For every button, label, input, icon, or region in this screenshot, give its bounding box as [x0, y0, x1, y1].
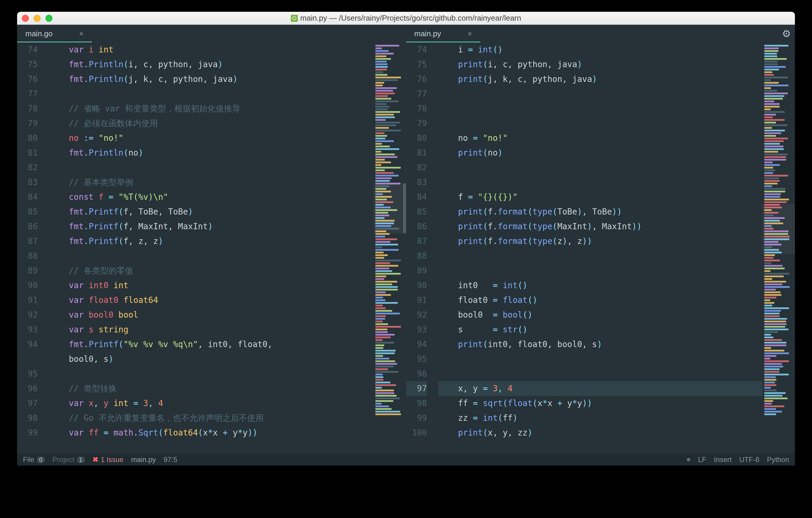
- minimap-line: [375, 262, 390, 264]
- status-bar: File 0 Project 1 ✖ 1 Issue main.py 97:5 …: [17, 454, 795, 465]
- code-line[interactable]: [438, 87, 762, 102]
- code-area[interactable]: i = int() print(i, c, python, java) prin…: [433, 42, 762, 454]
- code-line[interactable]: [438, 367, 762, 381]
- line-number: 88: [406, 249, 427, 263]
- code-line[interactable]: print(int0, float0, bool0, s): [438, 337, 762, 352]
- code-line[interactable]: [438, 116, 762, 131]
- code-line[interactable]: // 省略 var 和变量类型，根据初始化值推导: [49, 102, 374, 116]
- code-line[interactable]: fmt.Println(j, k, c, python, java): [49, 72, 374, 87]
- code-line[interactable]: [438, 175, 762, 190]
- code-line[interactable]: fmt.Println(i, c, python, java): [49, 57, 374, 72]
- scrollbar-thumb[interactable]: [403, 183, 406, 233]
- code-line[interactable]: [438, 102, 762, 116]
- line-number: 86: [406, 219, 427, 234]
- code-line[interactable]: print(i, c, python, java): [438, 57, 762, 72]
- minimap-line: [764, 193, 781, 195]
- gear-icon[interactable]: ⚙: [782, 28, 791, 39]
- minimap-viewport[interactable]: [374, 183, 406, 233]
- minimap[interactable]: [762, 42, 795, 454]
- code-line[interactable]: print(f.format(type(z), z)): [438, 234, 762, 249]
- code-line[interactable]: [49, 249, 374, 263]
- minimap-line: [764, 69, 779, 70]
- code-line[interactable]: // 必须在函数体内使用: [49, 116, 374, 131]
- sb-encoding[interactable]: UTF-8: [739, 456, 759, 464]
- code-line[interactable]: float0 = float(): [438, 293, 762, 308]
- sb-eol[interactable]: LF: [698, 456, 706, 464]
- minimap-line: [764, 405, 784, 407]
- code-line[interactable]: var x, y int = 3, 4: [49, 396, 374, 411]
- sb-mode[interactable]: Insert: [714, 456, 731, 464]
- code-line[interactable]: [49, 160, 374, 175]
- code-line[interactable]: fmt.Printf(f, MaxInt, MaxInt): [49, 219, 374, 234]
- code-line[interactable]: print(j, k, c, python, java): [438, 72, 762, 87]
- code-area[interactable]: var i int fmt.Println(i, c, python, java…: [44, 42, 374, 454]
- tab-main-py[interactable]: main.py ×: [406, 25, 480, 42]
- code-line[interactable]: var float0 float64: [49, 293, 374, 308]
- close-tab-icon[interactable]: ×: [79, 30, 84, 37]
- code-line[interactable]: [49, 87, 374, 102]
- code-line[interactable]: print(f.format(type(ToBe), ToBe)): [438, 204, 762, 219]
- sb-project[interactable]: Project 1: [53, 456, 85, 464]
- code-line[interactable]: bool0 = bool(): [438, 308, 762, 322]
- code-line[interactable]: var bool0 bool: [49, 308, 374, 322]
- code-line[interactable]: [438, 263, 762, 278]
- code-line[interactable]: var s string: [49, 322, 374, 337]
- code-line[interactable]: print(no): [438, 146, 762, 160]
- minimap-viewport[interactable]: [762, 204, 795, 254]
- code-line[interactable]: // 各类型的零值: [49, 263, 374, 278]
- minimap-line: [375, 294, 391, 296]
- code-line[interactable]: print(x, y, zz): [438, 426, 762, 440]
- tab-main-go[interactable]: main.go ×: [17, 25, 92, 42]
- code-line[interactable]: var i int: [49, 42, 374, 57]
- code-line[interactable]: print(f.format(type(MaxInt), MaxInt)): [438, 219, 762, 234]
- code-line[interactable]: f = "{}({})": [438, 190, 762, 204]
- code-line[interactable]: fmt.Printf(f, z, z): [49, 234, 374, 249]
- sb-filename[interactable]: main.py: [131, 456, 156, 464]
- minimap-line: [375, 167, 401, 169]
- code-line[interactable]: fmt.Println(no): [49, 146, 374, 160]
- line-number: 91: [406, 293, 427, 308]
- code-line[interactable]: x, y = 3, 4: [438, 381, 762, 396]
- code-line[interactable]: fmt.Printf(f, ToBe, ToBe): [49, 204, 374, 219]
- code-line[interactable]: i = int(): [438, 42, 762, 57]
- zoom-window-button[interactable]: [46, 15, 53, 22]
- code-line[interactable]: ff = sqrt(float(x*x + y*y)): [438, 396, 762, 411]
- minimap-line: [375, 337, 391, 338]
- editor-right[interactable]: 7475767778798081828384858687888990919293…: [406, 42, 795, 454]
- code-line[interactable]: no = "no!": [438, 131, 762, 146]
- code-line[interactable]: [438, 160, 762, 175]
- minimap-line: [764, 90, 777, 92]
- sb-right-cluster: LF Insert UTF-8 Python: [698, 456, 789, 464]
- code-line[interactable]: bool0, s): [49, 352, 374, 367]
- code-line[interactable]: int0 = int(): [438, 278, 762, 293]
- minimap-line: [764, 307, 789, 309]
- minimap[interactable]: [374, 42, 406, 454]
- code-line[interactable]: // Go 不允许重复变量名，也不允许声明之后不使用: [49, 411, 374, 426]
- editor-left[interactable]: 7475767778798081828384858687888990919293…: [17, 42, 406, 454]
- code-line[interactable]: [438, 249, 762, 263]
- sb-cursor[interactable]: 97:5: [164, 456, 177, 464]
- sb-git[interactable]: [687, 458, 690, 461]
- code-line[interactable]: zz = int(ff): [438, 411, 762, 426]
- minimize-window-button[interactable]: [34, 15, 41, 22]
- sb-file[interactable]: File 0: [23, 456, 45, 464]
- code-line[interactable]: [438, 352, 762, 367]
- minimap-line: [764, 321, 786, 322]
- code-line[interactable]: // 基本类型举例: [49, 175, 374, 190]
- code-line[interactable]: no := "no!": [49, 131, 374, 146]
- sb-issues[interactable]: ✖ 1 Issue: [92, 456, 123, 464]
- code-line[interactable]: const f = "%T(%v)\n": [49, 190, 374, 204]
- code-line[interactable]: // 类型转换: [49, 381, 374, 396]
- minimap-line: [375, 114, 394, 115]
- close-tab-icon[interactable]: ×: [468, 30, 472, 37]
- code-line[interactable]: var int0 int: [49, 278, 374, 293]
- code-line[interactable]: fmt.Printf("%v %v %v %q\n", int0, float0…: [49, 337, 374, 352]
- code-line[interactable]: [49, 367, 374, 381]
- code-line[interactable]: s = str(): [438, 322, 762, 337]
- minimap-line: [764, 297, 776, 298]
- code-line[interactable]: var ff = math.Sqrt(float64(x*x + y*y)): [49, 426, 374, 440]
- close-window-button[interactable]: [22, 15, 29, 22]
- minimap-line: [375, 95, 388, 97]
- sb-lang[interactable]: Python: [767, 456, 789, 464]
- minimap-line: [764, 177, 779, 179]
